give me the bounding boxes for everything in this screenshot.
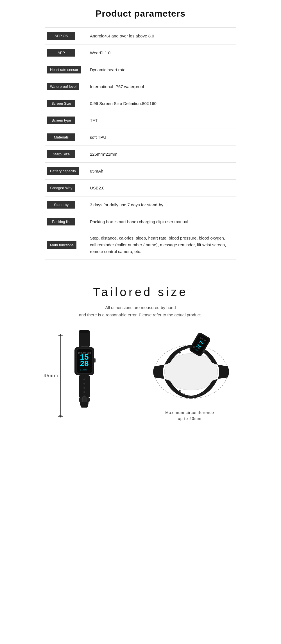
table-row: Waterproof levelInternational IP67 water… xyxy=(45,78,236,95)
param-value-cell: 85mAh xyxy=(84,163,236,180)
param-label-badge: Stand-by xyxy=(47,201,75,209)
left-watch-wrapper: 45mm xyxy=(46,330,103,421)
param-label-badge: Packing list xyxy=(47,218,75,225)
table-row: Packing listPacking box+smart band+charg… xyxy=(45,213,236,230)
param-label-badge: Heart rate sensor xyxy=(47,66,81,73)
tailored-subtitle: All dimensions are measured by hand and … xyxy=(22,304,259,318)
svg-point-31 xyxy=(193,346,195,348)
product-params-title: Product parameters xyxy=(45,8,236,19)
param-label-cell: APP xyxy=(45,44,84,61)
tailored-section: Tailored size All dimensions are measure… xyxy=(0,271,281,433)
param-value-cell: 3 days for daily use,7 days for stand-by xyxy=(84,196,236,213)
param-label-cell: Battery capacity xyxy=(45,163,84,180)
param-value-cell: soft TPU xyxy=(84,129,236,146)
param-value-cell: 225mm*21mm xyxy=(84,146,236,163)
param-value-cell: Android4.4 and over ios above 8.0 xyxy=(84,28,236,44)
svg-point-14 xyxy=(83,387,85,389)
param-value-cell: Packing box+smart band+charging clip+use… xyxy=(84,213,236,230)
param-label-cell: Materials xyxy=(45,129,84,146)
svg-text:( 16358 ): ( 16358 ) xyxy=(80,369,88,371)
svg-point-15 xyxy=(83,391,85,393)
table-row: Battery capacity85mAh xyxy=(45,163,236,180)
param-label-badge: Main functions xyxy=(47,241,76,249)
svg-point-12 xyxy=(83,379,85,380)
table-row: Screen typeTFT xyxy=(45,112,236,129)
param-label-badge: Charged Way xyxy=(47,184,75,192)
svg-point-29 xyxy=(183,348,185,350)
param-label-badge: Starp Size xyxy=(47,150,75,158)
svg-point-38 xyxy=(198,394,200,396)
params-table: APP OSAndroid4.4 and over ios above 8.0A… xyxy=(45,27,236,260)
param-label-badge: Screen Size xyxy=(47,100,75,107)
svg-point-34 xyxy=(179,390,181,392)
param-label-badge: APP xyxy=(47,49,75,57)
svg-point-30 xyxy=(188,346,190,348)
right-watch-wrapper: 07/31 PM 15 28 16358 xyxy=(145,330,235,422)
product-params-section: Product parameters APP OSAndroid4.4 and … xyxy=(0,0,281,271)
svg-rect-10 xyxy=(94,358,96,363)
param-value-cell: Step, distance, calories, sleep, heart r… xyxy=(84,230,236,260)
param-value-cell: USB2.0 xyxy=(84,180,236,196)
param-label-cell: Stand-by xyxy=(45,196,84,213)
svg-point-28 xyxy=(179,352,181,354)
table-row: Screen Size0.96 Screen Size Definition:8… xyxy=(45,95,236,112)
svg-rect-1 xyxy=(80,330,89,333)
param-label-cell: Screen Size xyxy=(45,95,84,112)
param-value-cell: Dynamic heart rate xyxy=(84,61,236,78)
table-row: Stand-by3 days for daily use,7 days for … xyxy=(45,196,236,213)
table-row: APPWearFit1.0 xyxy=(45,44,236,61)
param-value-cell: 0.96 Screen Size Definition:80X160 xyxy=(84,95,236,112)
param-label-cell: APP OS xyxy=(45,28,84,44)
param-label-badge: Battery capacity xyxy=(47,167,79,175)
param-label-cell: Starp Size xyxy=(45,146,84,163)
param-label-cell: Main functions xyxy=(45,230,84,260)
svg-point-39 xyxy=(203,392,204,393)
table-row: APP OSAndroid4.4 and over ios above 8.0 xyxy=(45,28,236,44)
param-value-cell: WearFit1.0 xyxy=(84,44,236,61)
table-row: Starp Size225mm*21mm xyxy=(45,146,236,163)
circumference-label: Maximum circumference up to 23mm xyxy=(165,410,214,422)
param-label-cell: Screen type xyxy=(45,112,84,129)
tailored-title: Tailored size xyxy=(22,285,259,299)
svg-point-32 xyxy=(198,348,200,349)
watch-upright: 07/31 PM SUN 15 28 ( 16358 ) xyxy=(66,330,103,421)
param-label-badge: APP OS xyxy=(47,32,75,40)
param-label-cell: Packing list xyxy=(45,213,84,230)
watches-container: 45mm xyxy=(22,330,259,422)
svg-text:28: 28 xyxy=(80,359,89,368)
table-row: Heart rate sensorDynamic heart rate xyxy=(45,61,236,78)
table-row: Charged WayUSB2.0 xyxy=(45,180,236,196)
dimension-label: 45mm xyxy=(44,373,58,378)
svg-point-13 xyxy=(83,383,85,384)
param-value-cell: TFT xyxy=(84,112,236,129)
param-label-badge: Materials xyxy=(47,133,75,141)
svg-point-33 xyxy=(203,350,204,352)
param-label-cell: Heart rate sensor xyxy=(45,61,84,78)
param-value-cell: International IP67 waterproof xyxy=(84,78,236,95)
param-label-badge: Waterproof level xyxy=(47,83,79,90)
param-label-cell: Waterproof level xyxy=(45,78,84,95)
param-label-badge: Screen type xyxy=(47,117,75,124)
svg-point-37 xyxy=(193,396,195,397)
table-row: Main functionsStep, distance, calories, … xyxy=(45,230,236,260)
svg-point-35 xyxy=(183,393,185,395)
param-label-cell: Charged Way xyxy=(45,180,84,196)
table-row: Materialssoft TPU xyxy=(45,129,236,146)
svg-point-36 xyxy=(188,395,190,397)
